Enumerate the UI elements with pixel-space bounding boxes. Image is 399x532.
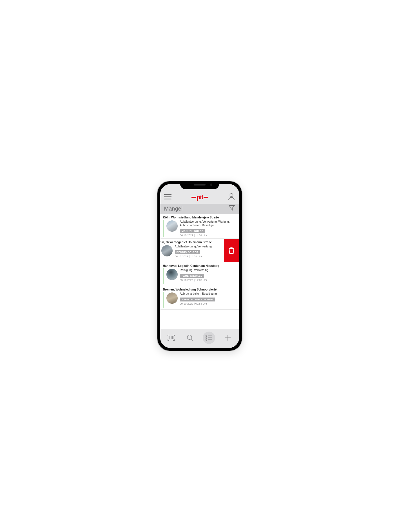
- item-info: Abbrucharbeiten, Beseitigung SVEN OLIVER…: [180, 292, 236, 305]
- list-view-button[interactable]: [203, 332, 215, 344]
- list-icon: [205, 335, 213, 341]
- item-description: Reinigung, Verwertung: [180, 268, 236, 272]
- phone-notch: [180, 181, 219, 189]
- phone-device-frame: pit Mängel: [157, 181, 242, 351]
- plus-icon: [224, 334, 231, 341]
- svg-rect-16: [206, 339, 207, 340]
- item-thumbnail: [166, 220, 178, 232]
- item-info: Abfallentsorgung, Verwertung, Wartung, A…: [180, 220, 236, 237]
- item-thumbnail: [161, 245, 173, 256]
- item-row: Abfallentsorgung, Verwertung, DENNIS GEI…: [160, 245, 223, 260]
- item-datetime: 05.10.2022 | 14:09 Uhr: [180, 278, 236, 281]
- logo-dash-right: [204, 197, 208, 198]
- list-item[interactable]: Köln, Wohnsiedlung Mendelejew Straße Abf…: [160, 214, 239, 239]
- user-tag: DENNIS GEIGER: [175, 250, 200, 254]
- item-row: Abfallentsorgung, Verwertung, Wartung, A…: [163, 220, 236, 237]
- list-item[interactable]: Bremen, Wohnsiedlung Schnoorviertel Abbr…: [160, 286, 239, 310]
- logo-text: pit: [197, 194, 203, 201]
- item-row: Abbrucharbeiten, Beseitigung SVEN OLIVER…: [163, 292, 236, 308]
- app-screen: pit Mängel: [160, 184, 239, 348]
- item-info: Abfallentsorgung, Verwertung, DENNIS GEI…: [175, 245, 223, 258]
- item-description: Abbrucharbeiten, Beseitigung: [180, 292, 236, 296]
- item-location: Köln, Wohnsiedlung Mendelejew Straße: [163, 216, 236, 219]
- item-thumbnail: [166, 292, 178, 304]
- list-item[interactable]: erlin, Gewerbegebiet Holzmann Straße Abf…: [160, 239, 239, 262]
- phone-speaker: [194, 184, 206, 185]
- item-datetime: 09.10.2022 | 09:55 Uhr: [180, 302, 236, 305]
- menu-icon[interactable]: [164, 194, 171, 201]
- item-location: erlin, Gewerbegebiet Holzmann Straße: [160, 240, 223, 244]
- search-button[interactable]: [184, 332, 196, 344]
- svg-line-11: [191, 339, 193, 341]
- user-tag: MANUEL GULDE: [180, 229, 205, 233]
- filter-icon[interactable]: [228, 205, 235, 212]
- item-description: Abfallentsorgung, Verwertung,: [175, 245, 223, 248]
- svg-rect-12: [206, 335, 207, 336]
- barcode-scan-icon: [167, 334, 175, 341]
- defects-list[interactable]: Köln, Wohnsiedlung Mendelejew Straße Abf…: [160, 214, 239, 329]
- svg-rect-14: [206, 337, 207, 338]
- svg-point-10: [187, 335, 192, 339]
- page-title: Mängel: [164, 205, 183, 212]
- app-logo: pit: [191, 194, 208, 201]
- delete-button[interactable]: [224, 239, 239, 262]
- item-thumbnail: [166, 269, 178, 280]
- trash-icon: [228, 247, 235, 254]
- profile-icon[interactable]: [228, 193, 235, 202]
- list-item[interactable]: Hannover, Logistik-Center am Hausberg Re…: [160, 262, 239, 286]
- item-datetime: 06.10.2022 | 14:31 Uhr: [175, 255, 223, 258]
- search-icon: [186, 334, 194, 341]
- user-tag: PAUL JAECKEL: [180, 274, 204, 278]
- add-button[interactable]: [222, 332, 234, 344]
- bottom-toolbar: [160, 329, 239, 348]
- phone-screen-container: pit Mängel: [160, 184, 239, 348]
- scan-button[interactable]: [165, 332, 177, 344]
- phone-camera: [210, 184, 212, 186]
- status-indicator: [163, 268, 164, 284]
- item-location: Hannover, Logistik-Center am Hausberg: [163, 264, 236, 267]
- item-location: Bremen, Wohnsiedlung Schnoorviertel: [163, 288, 236, 291]
- item-description: Abfallentsorgung, Verwertung, Wartung, A…: [180, 220, 236, 227]
- user-tag: SVEN OLIVER FISCHER: [180, 298, 215, 301]
- logo-dash-left: [191, 197, 196, 198]
- item-info: Reinigung, Verwertung PAUL JAECKEL 05.10…: [180, 268, 236, 281]
- item-datetime: 06.10.2022 | 14:31 Uhr: [180, 234, 236, 237]
- status-indicator: [163, 292, 164, 308]
- item-row: Reinigung, Verwertung PAUL JAECKEL 05.10…: [163, 268, 236, 284]
- svg-point-3: [230, 194, 233, 197]
- status-indicator: [163, 220, 164, 237]
- page-titlebar: Mängel: [160, 204, 239, 214]
